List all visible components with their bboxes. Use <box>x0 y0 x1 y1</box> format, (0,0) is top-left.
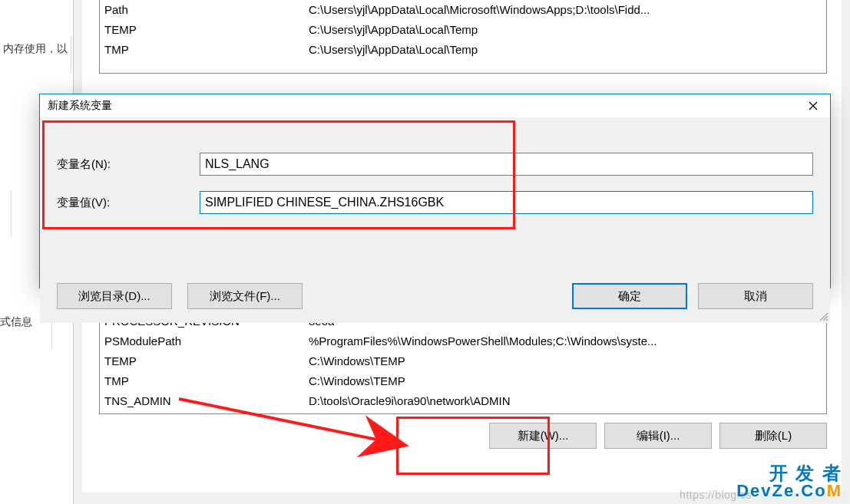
brand-line1: 开 发 者 <box>736 464 842 483</box>
close-button[interactable] <box>795 94 830 117</box>
ok-button[interactable]: 确定 <box>572 283 687 309</box>
delete-button[interactable]: 删除(L) <box>719 423 827 449</box>
browse-file-button[interactable]: 浏览文件(F)... <box>187 283 303 309</box>
brand-line2: DevZe.CoM <box>736 483 842 499</box>
user-vars-list[interactable]: Path C:\Users\yjl\AppData\Local\Microsof… <box>99 0 827 74</box>
list-item[interactable]: PSModulePath %ProgramFiles%\WindowsPower… <box>100 331 826 351</box>
list-item[interactable]: TMP C:\Windows\TEMP <box>100 371 826 391</box>
var-value: C:\Users\yjl\AppData\Local\Temp <box>307 40 826 60</box>
svg-line-4 <box>826 319 828 321</box>
var-name: TEMP <box>100 351 307 371</box>
var-value: C:\Users\yjl\AppData\Local\Microsoft\Win… <box>307 0 826 20</box>
var-name: PSModulePath <box>100 331 307 351</box>
list-item[interactable]: Path C:\Users\yjl\AppData\Local\Microsof… <box>100 0 826 20</box>
var-name: TEMP <box>100 20 307 40</box>
cancel-button[interactable]: 取消 <box>698 283 813 309</box>
dialog-title-bar[interactable]: 新建系统变量 <box>40 94 830 117</box>
var-name: TMP <box>100 40 307 60</box>
browse-directory-button[interactable]: 浏览目录(D)... <box>57 283 172 309</box>
sysprops-left-fragment <box>0 190 12 236</box>
system-vars-buttons: 新建(W)... 编辑(I)... 删除(L) <box>99 423 827 450</box>
resize-grip-icon[interactable] <box>818 311 829 321</box>
var-value: %ProgramFiles%\WindowsPowerShell\Modules… <box>307 331 826 351</box>
list-item[interactable]: TNS_ADMIN D:\tools\Oracle9i\ora90\networ… <box>100 391 826 411</box>
new-button[interactable]: 新建(W)... <box>489 423 597 449</box>
list-item[interactable]: TEMP C:\Windows\TEMP <box>100 351 826 371</box>
var-name: TMP <box>100 371 307 391</box>
variable-name-label: 变量名(N): <box>57 157 200 172</box>
list-item[interactable]: TMP C:\Users\yjl\AppData\Local\Temp <box>100 40 826 60</box>
dialog-body: 变量名(N): 变量值(V): 浏览目录(D)... 浏览文件(F)... 确定… <box>40 153 830 323</box>
list-item[interactable]: TEMP C:\Users\yjl\AppData\Local\Temp <box>100 20 826 40</box>
brand-logo: 开 发 者 DevZe.CoM <box>736 464 842 499</box>
dialog-buttons: 浏览目录(D)... 浏览文件(F)... 确定 取消 <box>57 283 813 309</box>
var-value: D:\tools\Oracle9i\ora90\network\ADMIN <box>307 391 826 411</box>
variable-value-input[interactable] <box>200 191 813 214</box>
var-value: C:\Windows\TEMP <box>307 371 826 391</box>
var-name: Path <box>100 0 307 20</box>
variable-name-input[interactable] <box>200 153 813 176</box>
new-system-variable-dialog: 新建系统变量 变量名(N): 变量值(V): 浏览目录(D)... 浏览文件(F… <box>39 94 831 288</box>
sysprops-left-text: 内存使用，以 <box>0 35 71 72</box>
var-value: C:\Users\yjl\AppData\Local\Temp <box>307 20 826 40</box>
variable-value-row: 变量值(V): <box>57 191 813 214</box>
var-name: TNS_ADMIN <box>100 391 307 411</box>
close-icon <box>809 101 818 110</box>
edit-button[interactable]: 编辑(I)... <box>604 423 712 449</box>
variable-value-label: 变量值(V): <box>57 196 200 210</box>
variable-name-row: 变量名(N): <box>57 153 813 176</box>
var-value: C:\Windows\TEMP <box>307 351 826 371</box>
dialog-title: 新建系统变量 <box>48 99 112 113</box>
